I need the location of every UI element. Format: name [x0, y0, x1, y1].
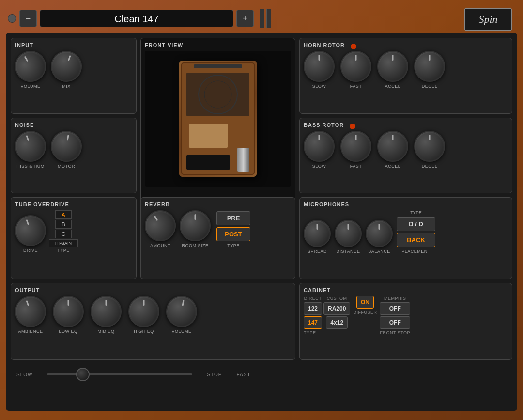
minus-button[interactable]: − — [19, 10, 37, 27]
type-label: TYPE — [410, 210, 422, 215]
cab-type-ra200[interactable]: RA200 — [323, 302, 350, 315]
reverb-roomsize-knob[interactable] — [180, 210, 211, 241]
horn-accel-label: ACCEL — [385, 84, 401, 89]
bass-decel-container: DECEL — [414, 131, 445, 169]
balance-knob-container: BALANCE — [366, 220, 393, 254]
reverb-amount-knob[interactable] — [139, 204, 181, 247]
cab-type-4x12[interactable]: 4x12 — [326, 316, 348, 329]
bottom-bar: SLOW STOP FAST — [11, 364, 512, 385]
pause-button[interactable] — [257, 7, 274, 30]
plus-button[interactable]: + — [236, 10, 254, 27]
high-eq-label: HIGH EQ — [134, 329, 154, 334]
cab-type-147[interactable]: 147 — [304, 316, 322, 329]
horn-decel-knob[interactable] — [414, 51, 445, 82]
bass-rotor-panel: BASS ROTOR SLOW FAST ACCEL DEC — [299, 118, 512, 194]
mix-label: MIX — [62, 84, 71, 89]
horn-status-dot[interactable] — [351, 44, 356, 49]
bass-fast-container: FAST — [340, 131, 371, 169]
reverb-post-button[interactable]: POST — [216, 227, 250, 241]
reverb-buttons-group: PRE POST TYPE — [216, 211, 250, 248]
placement-label: PLACEMENT — [401, 249, 431, 254]
mic-type-button[interactable]: D / D — [397, 217, 435, 231]
output-title: OUTPUT — [15, 287, 291, 293]
low-eq-label: LOW EQ — [59, 329, 77, 334]
memphis-off-button[interactable]: OFF — [380, 302, 410, 315]
bass-fast-knob[interactable] — [340, 131, 371, 162]
output-panel: OUTPUT AMBIENCE LOW EQ MID EQ HIGH EQ — [11, 283, 295, 360]
bass-decel-knob[interactable] — [414, 131, 445, 162]
bass-accel-container: ACCEL — [377, 131, 408, 169]
mix-knob-container: MIX — [51, 51, 82, 89]
ambience-knob[interactable] — [11, 292, 50, 331]
cabinet-layout: DIRECT 122 147 CUSTOM RA200 4x12 TYPE — [304, 296, 508, 335]
input-title: INPUT — [15, 42, 132, 48]
spread-knob[interactable] — [304, 220, 331, 247]
mid-eq-knob-container: MID EQ — [91, 296, 122, 334]
mic-title: MICROPHONES — [304, 202, 508, 207]
tube-option-higain[interactable]: HI-GAIN — [49, 239, 78, 247]
motor-knob[interactable] — [48, 128, 84, 164]
cabinet-right: MEMPHIS OFF OFF FRONT STOP — [380, 296, 410, 335]
input-panel: INPUT VOLUME MIX — [11, 38, 137, 114]
bass-rotor-title: BASS ROTOR — [304, 122, 344, 128]
fast-label: FAST — [237, 372, 251, 377]
tube-option-c[interactable]: C — [55, 230, 72, 238]
rotor-slider-track[interactable] — [47, 373, 192, 375]
mid-eq-knob[interactable] — [91, 296, 122, 327]
low-eq-knob[interactable] — [53, 296, 84, 327]
horn-accel-knob[interactable] — [377, 51, 408, 82]
horn-fast-knob[interactable] — [340, 51, 371, 82]
mix-knob[interactable] — [46, 47, 86, 86]
tube-type-label: TYPE — [57, 248, 70, 253]
output-volume-knob[interactable] — [164, 294, 200, 329]
slow-label: SLOW — [16, 372, 32, 377]
volume-knob-container: VOLUME — [15, 51, 46, 89]
drive-label: DRIVE — [23, 248, 38, 253]
svg-rect-6 — [186, 155, 230, 170]
noise-title: NOISE — [15, 122, 132, 128]
hiss-knob[interactable] — [11, 126, 50, 166]
reverb-type-label: TYPE — [216, 243, 250, 248]
hiss-label: HISS & HUM — [16, 164, 45, 169]
rotor-slider-thumb[interactable] — [76, 368, 90, 381]
volume-label: VOLUME — [20, 84, 40, 89]
high-eq-knob[interactable] — [128, 296, 159, 327]
custom-header: CUSTOM — [327, 296, 347, 301]
bass-status-dot[interactable] — [350, 124, 355, 129]
bass-slow-knob[interactable] — [304, 131, 335, 162]
reverb-title: REVERB — [145, 202, 291, 207]
hiss-knob-container: HISS & HUM — [15, 131, 46, 169]
tube-option-a[interactable]: A — [55, 210, 71, 219]
horn-slow-container: SLOW — [304, 51, 335, 89]
spread-label: SPREAD — [308, 249, 327, 254]
horn-rotor-title: HORN ROTOR — [304, 42, 345, 48]
drive-knob[interactable] — [11, 211, 50, 250]
stop-label: STOP — [207, 372, 222, 377]
motor-label: MOTOR — [58, 164, 75, 169]
diffuser-on-button[interactable]: ON — [356, 296, 374, 309]
high-eq-knob-container: HIGH EQ — [128, 296, 159, 334]
volume-knob[interactable] — [9, 45, 51, 87]
horn-slow-knob[interactable] — [304, 51, 335, 82]
noise-panel: NOISE HISS & HUM MOTOR — [11, 118, 137, 194]
output-knob-row: AMBIENCE LOW EQ MID EQ HIGH EQ VOLUME — [15, 296, 291, 334]
svg-rect-2 — [186, 73, 249, 116]
balance-knob[interactable] — [366, 220, 393, 247]
cab-type-122[interactable]: 122 — [304, 302, 322, 315]
amp-image — [145, 51, 291, 187]
tube-option-b[interactable]: B — [55, 220, 71, 229]
bass-accel-knob[interactable] — [377, 131, 408, 162]
bass-fast-label: FAST — [350, 164, 362, 169]
mic-back-button[interactable]: BACK — [397, 233, 435, 247]
distance-knob[interactable] — [335, 220, 362, 247]
reverb-pre-button[interactable]: PRE — [216, 211, 250, 225]
cabinet-title: CABINET — [304, 287, 508, 293]
horn-decel-container: DECEL — [414, 51, 445, 89]
microphones-panel: MICROPHONES SPREAD DISTANCE BALANCE TYPE… — [299, 197, 512, 279]
amp-body — [179, 61, 257, 177]
drive-knob-container: DRIVE — [15, 215, 46, 253]
mic-type-area: TYPE D / D BACK PLACEMENT — [397, 210, 435, 254]
amp-svg — [179, 61, 257, 177]
reverb-inner: AMOUNT ROOM SIZE PRE POST TYPE — [145, 210, 291, 248]
front-stop-off-button[interactable]: OFF — [380, 316, 410, 329]
